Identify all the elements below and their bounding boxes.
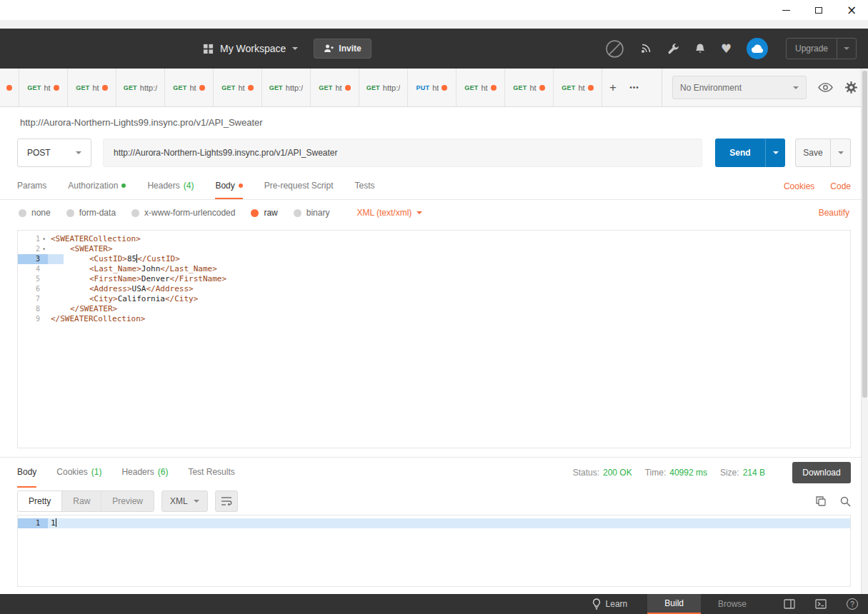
save-button[interactable]: Save [795,139,831,167]
maximize-button[interactable] [802,0,835,20]
line-number: 2▾ [18,244,48,254]
code-line: 1▾<SWEATERCollection> [18,234,850,244]
help-button[interactable]: ? [847,598,858,610]
upgrade-button[interactable]: Upgrade [786,38,857,59]
learn-button[interactable]: Learn [592,598,628,610]
send-options-caret[interactable] [765,139,785,167]
request-tab[interactable]: PUTht [408,69,457,106]
environment-preview-eye-icon[interactable] [818,82,833,93]
body-mode-form-data[interactable]: form-data [66,208,116,218]
workspace-switcher[interactable]: My Workspace [203,43,298,54]
request-body-editor[interactable]: 1▾<SWEATERCollection>2▾<SWEATER>3<CustID… [17,230,851,448]
request-tab[interactable]: GETht [165,69,214,106]
body-mode-raw[interactable]: raw [251,208,277,218]
request-tab[interactable]: GEThttp:/ [359,69,408,106]
heart-icon[interactable]: ♥ [721,41,732,56]
view-mode-preview[interactable]: Preview [101,491,154,511]
wrap-text-icon [221,496,232,506]
request-tab-body[interactable]: Body [215,173,242,199]
beautify-link[interactable]: Beautify [819,208,849,218]
wrap-text-button[interactable] [215,490,238,512]
code-token: 85 [127,254,136,263]
window-titlebar: × [0,0,868,20]
new-tab-button[interactable]: + [602,69,624,107]
url-input[interactable] [103,139,702,167]
sync-disabled-icon[interactable] [605,39,624,59]
request-tab-label: ht [92,84,99,92]
request-tabs-bar: ParamsAuthorizationHeaders(4)BodyPre-req… [0,173,868,200]
invite-button[interactable]: Invite [314,39,371,59]
request-tab[interactable]: GETht [311,69,359,106]
cookies-link[interactable]: Cookies [784,181,814,191]
request-tab[interactable]: GETht [554,69,602,106]
response-panel: BodyCookies(1)Headers(6)Test Results Sta… [0,457,868,594]
close-button[interactable]: × [835,0,868,20]
response-tab-body[interactable]: Body [17,458,36,488]
send-button[interactable]: Send [715,139,765,167]
two-pane-icon[interactable] [784,599,795,609]
settings-gear-icon[interactable] [844,81,858,94]
request-tab[interactable]: GETht [19,69,68,106]
request-tab-pre-request-script[interactable]: Pre-request Script [264,173,334,199]
window-scrollbar[interactable] [861,69,868,594]
download-button[interactable]: Download [792,462,851,483]
upgrade-caret[interactable] [837,39,856,59]
more-tabs-button[interactable]: ••• [624,69,645,107]
response-tab-test-results[interactable]: Test Results [188,458,234,488]
response-tab-cookies[interactable]: Cookies(1) [56,458,101,488]
window-controls: × [769,0,868,20]
search-icon[interactable] [839,495,851,507]
save-options-caret[interactable] [831,139,851,167]
chevron-down-icon [194,500,199,503]
invite-person-icon [324,44,334,54]
response-tab-headers[interactable]: Headers(6) [121,458,168,488]
request-tab[interactable]: GETht [457,69,505,106]
settings-wrench-icon[interactable] [667,43,679,55]
response-format-selector[interactable]: XML [161,490,208,512]
request-tab-label: ht [335,84,341,92]
body-mode-none[interactable]: none [19,208,51,218]
method-selected: POST [27,148,51,158]
request-tab[interactable]: GETht [214,69,262,106]
method-selector[interactable]: POST [17,139,91,167]
view-mode-pretty[interactable]: Pretty [18,491,62,511]
content-type-selector[interactable]: XML (text/xml) [356,208,422,218]
environment-selected: No Environment [680,83,742,93]
request-tab-authorization[interactable]: Authorization [68,173,126,199]
maximize-icon [815,7,822,14]
code-line: 6<Address>USA</Address> [18,284,850,294]
copy-icon[interactable] [815,495,827,507]
radio-icon [251,209,259,217]
code-token: USA [132,284,146,293]
minimize-button[interactable] [769,0,802,20]
environment-selector[interactable]: No Environment [672,76,807,99]
console-icon[interactable] [815,599,827,609]
request-tab[interactable]: GETht [68,69,116,106]
unsaved-dot-icon [102,85,108,91]
scrollbar-thumb[interactable] [862,71,867,398]
interceptor-icon[interactable] [639,42,652,55]
request-tab[interactable]: GETht [505,69,554,106]
view-mode-raw[interactable]: Raw [62,491,101,511]
request-tab-headers[interactable]: Headers(4) [147,173,194,199]
body-mode-binary[interactable]: binary [294,208,330,218]
build-tab[interactable]: Build [647,594,701,614]
request-tab[interactable]: GEThttp:/ [116,69,165,106]
response-body-editor[interactable]: 11 [17,515,851,587]
cloud-account-icon[interactable] [747,38,768,59]
code-token: 1 [51,518,56,528]
browse-tab[interactable]: Browse [701,594,764,614]
code-token: <Last_Name> [89,264,141,273]
code-line: 5<FirstName>Denver</FirstName> [18,274,850,284]
request-tab[interactable]: GEThttp:/ [262,69,311,106]
code-link[interactable]: Code [830,181,851,191]
code-line: 9</SWEATERCollection> [18,314,850,324]
request-tab-tests[interactable]: Tests [354,173,374,199]
response-toolbar: PrettyRawPreview XML [0,488,868,515]
notifications-bell-icon[interactable] [694,43,706,54]
fold-caret-icon[interactable]: ▾ [40,244,48,254]
request-tab-params[interactable]: Params [17,173,46,199]
body-mode-x-www-form-urlencoded[interactable]: x-www-form-urlencoded [131,208,235,218]
fold-caret-icon[interactable]: ▾ [40,234,48,244]
request-tab[interactable] [0,69,19,106]
